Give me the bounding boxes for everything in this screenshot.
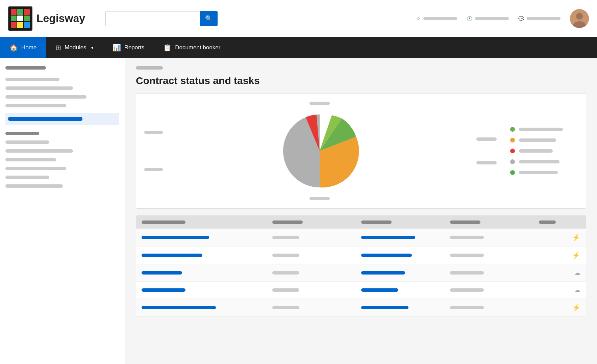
- td-status-3: [272, 271, 299, 275]
- legend-dot-5: [510, 170, 515, 175]
- legend-label-1: [519, 128, 563, 131]
- document-icon: 📋: [163, 44, 172, 52]
- sidebar-item[interactable]: [5, 140, 49, 144]
- td-date-2: [361, 254, 412, 257]
- pie-chart: [279, 110, 360, 191]
- chart-label-right-top: [476, 137, 497, 141]
- sidebar-header: [5, 66, 46, 70]
- table-row[interactable]: ⚡: [136, 299, 586, 317]
- chart-container: [170, 102, 470, 200]
- logo-area: Legisway: [8, 6, 85, 31]
- lightning-icon-2[interactable]: ⚡: [539, 251, 581, 259]
- search-button[interactable]: 🔍: [200, 11, 218, 26]
- sidebar-section-header: [5, 132, 39, 135]
- sidebar-item[interactable]: [5, 184, 63, 188]
- avatar[interactable]: [570, 9, 589, 28]
- th-5: [539, 220, 556, 224]
- td-owner-5: [450, 306, 484, 309]
- legend-item-4: [510, 159, 578, 164]
- nav-label-document-booker: Document booker: [175, 44, 220, 51]
- history-label: [475, 17, 509, 20]
- td-owner-4: [450, 288, 484, 292]
- lightning-icon-1[interactable]: ⚡: [539, 233, 581, 241]
- td-status-1: [272, 236, 299, 239]
- nav-item-document-booker[interactable]: 📋 Document booker: [154, 37, 230, 58]
- table-row[interactable]: ⚡: [136, 229, 586, 246]
- logo-image: [8, 6, 32, 31]
- legend-item-1: [510, 127, 578, 132]
- sidebar-item[interactable]: [5, 149, 73, 153]
- table-card: ⚡ ⚡ ☁: [136, 215, 586, 317]
- td-date-4: [361, 288, 398, 292]
- chart-label-bottom: [309, 197, 330, 200]
- chart-label-left-bottom: [144, 168, 163, 171]
- td-name-5: [142, 306, 216, 309]
- legend-item-3: [510, 149, 578, 153]
- legend-label-4: [519, 160, 559, 163]
- td-status-5: [272, 306, 299, 309]
- legend-dot-1: [510, 127, 515, 132]
- star-icon: ☆: [416, 16, 421, 21]
- sidebar-item[interactable]: [5, 104, 66, 107]
- chart-legend: [510, 127, 578, 175]
- table-row[interactable]: ☁: [136, 264, 586, 282]
- cloud-icon-1[interactable]: ☁: [539, 269, 581, 277]
- td-name-4: [142, 288, 185, 292]
- reports-icon: 📊: [113, 44, 121, 52]
- chart-label-top: [309, 102, 330, 105]
- td-date-5: [361, 306, 408, 309]
- breadcrumb: [136, 66, 163, 70]
- cloud-icon-2[interactable]: ☁: [539, 286, 581, 294]
- page-title: Contract status and tasks: [136, 75, 586, 86]
- legend-label-3: [519, 149, 553, 153]
- sidebar-item[interactable]: [5, 86, 73, 90]
- lightning-icon-3[interactable]: ⚡: [539, 304, 581, 312]
- td-date-1: [361, 236, 415, 239]
- nav-label-reports: Reports: [124, 44, 145, 51]
- home-icon: 🏠: [9, 44, 18, 52]
- sidebar-item[interactable]: [5, 95, 86, 99]
- legend-item-2: [510, 138, 578, 142]
- favorites-action[interactable]: ☆: [416, 16, 457, 21]
- legend-label-2: [519, 138, 556, 142]
- th-3: [361, 220, 392, 224]
- favorites-label: [423, 17, 457, 20]
- nav-item-reports[interactable]: 📊 Reports: [103, 37, 154, 58]
- legend-dot-4: [510, 159, 515, 164]
- sidebar-item[interactable]: [5, 167, 66, 170]
- nav-item-home[interactable]: 🏠 Home: [0, 37, 46, 58]
- chart-left-labels: [144, 131, 163, 171]
- nav-bar: 🏠 Home ⊞ Modules ▾ 📊 Reports 📋 Document …: [0, 37, 597, 58]
- nav-label-modules: Modules: [65, 44, 86, 51]
- sidebar-item[interactable]: [5, 158, 56, 161]
- chart-right-labels: [476, 137, 497, 164]
- messages-label: [527, 17, 561, 20]
- td-owner-2: [450, 254, 484, 257]
- messages-action[interactable]: 💬: [518, 16, 561, 21]
- table-row[interactable]: ⚡: [136, 246, 586, 264]
- content-area: Contract status and tasks: [125, 58, 597, 364]
- th-4: [450, 220, 480, 224]
- search-area: 🔍: [105, 11, 218, 26]
- td-name-2: [142, 254, 202, 257]
- nav-item-modules[interactable]: ⊞ Modules ▾: [46, 37, 103, 58]
- table-row[interactable]: ☁: [136, 282, 586, 299]
- chevron-down-icon: ▾: [91, 45, 94, 50]
- sidebar: [0, 58, 125, 364]
- sidebar-item-active[interactable]: [5, 113, 119, 125]
- history-action[interactable]: 🕐: [467, 16, 509, 21]
- table-header: [136, 216, 586, 229]
- chat-icon: 💬: [518, 16, 524, 21]
- td-owner-1: [450, 236, 484, 239]
- logo-pixel-grid: [11, 9, 30, 28]
- modules-icon: ⊞: [55, 44, 61, 52]
- legend-label-5: [519, 171, 558, 174]
- legend-dot-2: [510, 138, 515, 142]
- clock-icon: 🕐: [467, 16, 472, 21]
- search-input[interactable]: [105, 11, 200, 26]
- td-date-3: [361, 271, 405, 275]
- sidebar-item[interactable]: [5, 176, 49, 179]
- sidebar-item[interactable]: [5, 78, 59, 81]
- td-status-2: [272, 254, 299, 257]
- main-layout: Contract status and tasks: [0, 58, 597, 364]
